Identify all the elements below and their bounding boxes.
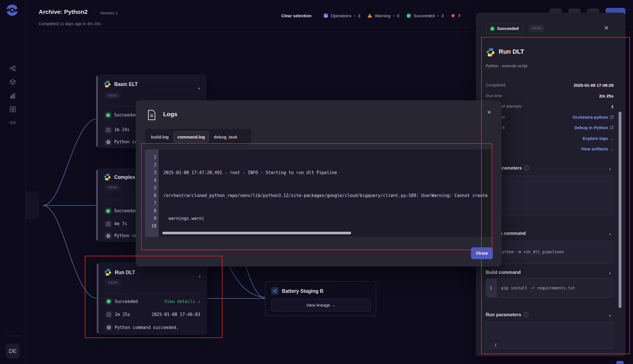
section-build-command-heading: Build command	[486, 270, 521, 275]
operations-icon	[323, 13, 328, 18]
view-details-link[interactable]: View details ↗	[153, 299, 200, 304]
log-line: warnings.warn(	[163, 215, 490, 222]
clock-icon	[105, 126, 112, 133]
apps-nav-icon[interactable]	[9, 106, 16, 112]
log-content: 2025-01-08 17:47:20,491 - root - INFO - …	[163, 154, 490, 233]
succeeded-icon	[490, 26, 495, 31]
card-finished-time: 2025-01-08 17:46:03	[135, 312, 200, 317]
card-runtime: 4m 7s	[114, 221, 127, 226]
pipelines-nav-icon[interactable]	[9, 65, 16, 72]
panel-scrollbar[interactable]	[619, 112, 621, 308]
stat-succeeded[interactable]: Succeeded • 3	[406, 13, 444, 18]
modal-title: Logs	[163, 111, 177, 118]
tab-build-log[interactable]: build.log	[147, 132, 172, 142]
page-title: Archive: Python2	[39, 8, 88, 15]
card-message: Python command succeeded.	[115, 325, 179, 330]
detail-row-completed: Completed 2025-01-08 17:48:29	[486, 83, 613, 88]
warning-icon	[367, 13, 372, 18]
bottom-corner-button[interactable]	[616, 361, 624, 364]
debug-link[interactable]: Debug in Python	[574, 125, 613, 130]
info-icon	[105, 232, 112, 239]
user-avatar[interactable]: DE	[6, 344, 20, 358]
panel-type-badge: TASK	[529, 25, 544, 32]
python-icon	[103, 173, 111, 182]
collapse-section-button[interactable]: ▲	[608, 167, 612, 170]
modal-close-icon[interactable]: ✕	[487, 109, 491, 116]
log-line: /orchestra/cloned_python_repo/venv/lib/p…	[163, 192, 490, 200]
view-lineage-button[interactable]: View lineage →	[271, 299, 371, 311]
tab-debug-task[interactable]: debug_task	[210, 132, 241, 142]
view-artifacts-link[interactable]: View artifacts →	[581, 146, 613, 151]
card-runtime: 2m 25s	[115, 312, 130, 317]
detail-row-attempts: Number of attempts 1	[486, 104, 613, 110]
clock-icon	[105, 220, 112, 227]
panel-status-badge: Succeeded	[486, 23, 523, 34]
succeeded-icon	[406, 13, 411, 18]
collapse-card-button[interactable]: ▲	[198, 86, 201, 90]
log-line-number-gutter: 1 2 3 4 5 6 7 8 9 10	[145, 150, 159, 237]
stat-operations[interactable]: Operations • 3	[323, 13, 360, 18]
stat-warning[interactable]: Warning • 0	[367, 13, 399, 18]
card-status: Succeeded	[114, 112, 137, 118]
links-nav-icon[interactable]	[9, 119, 16, 126]
log-viewer[interactable]: 1 2 3 4 5 6 7 8 9 10 2025-01-08 17:47:20…	[145, 150, 492, 237]
explore-logs-link[interactable]: Explore logs →	[583, 136, 613, 141]
document-icon	[147, 110, 156, 122]
info-icon	[105, 324, 112, 331]
page-subtitle: Completed 11 days ago in 4m 20s	[39, 21, 101, 26]
python-icon	[486, 47, 495, 58]
app-logo[interactable]	[6, 4, 19, 17]
log-line: 2025-01-08 17:47:20,491 - root - INFO - …	[163, 169, 490, 177]
run-command-code-box: python -m run_dlt_pipelines	[486, 241, 613, 263]
stat-failed[interactable]: F	[450, 13, 461, 18]
horizontal-scrollbar[interactable]	[162, 232, 351, 234]
external-link-icon	[610, 115, 613, 119]
panel-subtitle: Python - execute script	[486, 64, 528, 68]
task-type-badge: TASK	[105, 280, 121, 286]
integration-link[interactable]: Orchestra-python	[572, 115, 613, 120]
log-tabs: build.log command.log debug_task	[145, 129, 251, 145]
page-version: Version 1	[100, 10, 118, 15]
build-command-code-box: 1 pip install -r requirements.txt	[486, 278, 613, 298]
card-status: Succeeded	[114, 208, 137, 213]
lineage-card-battery-staging-b[interactable]: Battery Staging B View lineage →	[265, 281, 376, 316]
modal-close-button[interactable]: Close	[471, 247, 493, 259]
collapse-section-button[interactable]: ▲	[608, 271, 612, 274]
tab-command-log[interactable]: command.log	[173, 131, 209, 142]
panel-title: Run DLT	[499, 48, 524, 55]
avatar-initials: DE	[9, 348, 17, 354]
info-icon: i	[524, 166, 529, 170]
card-title: Complex	[114, 174, 135, 180]
status-icon	[105, 112, 112, 119]
clear-selection-button[interactable]: Clear selection	[281, 13, 312, 18]
card-divider	[105, 294, 201, 294]
detail-row-debug-link: Debug link Debug in Python	[486, 125, 613, 131]
external-link-icon	[610, 126, 613, 129]
products-nav-icon[interactable]	[9, 79, 16, 85]
card-title: Basic ELT	[114, 81, 138, 87]
python-icon	[104, 268, 112, 277]
dot-separator: •	[437, 13, 439, 18]
panel-close-icon[interactable]: ✕	[604, 25, 609, 31]
section-run-parameters-heading: Run parameters i	[486, 312, 528, 317]
info-icon: i	[524, 312, 528, 317]
sidebar: DE	[0, 0, 26, 364]
failed-icon	[450, 13, 456, 18]
info-icon	[105, 138, 112, 146]
card-runtime: 1m 24s	[114, 127, 129, 132]
task-type-badge: TASK	[105, 184, 120, 190]
card-title: Run DLT	[115, 270, 135, 276]
run-status-toolbar: Clear selection Operations • 3 Warning •…	[281, 11, 461, 20]
parameters-code-box: { "package_manager": "PIP", "python_vers…	[486, 176, 613, 215]
code-gutter: 1	[486, 279, 497, 297]
lineage-icon	[271, 287, 279, 295]
collapse-section-button[interactable]: ▲	[608, 232, 612, 235]
python-icon	[103, 80, 111, 89]
metrics-nav-icon[interactable]	[9, 92, 16, 99]
run-parameters-code-box: { "cpu": "2 vCPU", "memory": "4 GB"	[486, 322, 613, 349]
task-card-run-dlt[interactable]: Run DLT ▲ TASK Succeeded View details ↗ …	[98, 262, 207, 335]
collapse-section-button[interactable]: ▲	[608, 313, 612, 317]
detail-row-integration: Integration Orchestra-python	[486, 115, 613, 120]
task-type-badge: TASK	[105, 92, 120, 99]
collapse-card-button[interactable]: ▲	[198, 274, 201, 278]
